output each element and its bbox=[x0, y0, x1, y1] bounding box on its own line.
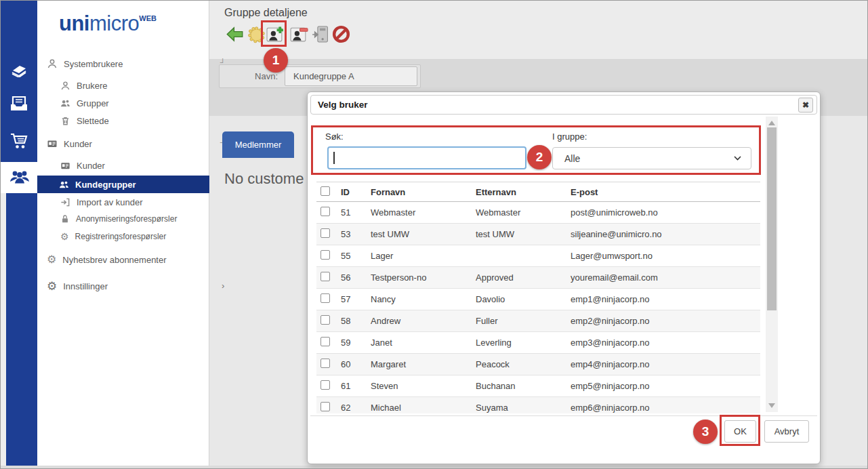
annotation-step-2: 2 bbox=[527, 145, 552, 169]
sidebar-item-grupper[interactable]: Grupper bbox=[60, 98, 109, 108]
chevron-right-icon[interactable]: › bbox=[222, 281, 224, 291]
gear-icon: ⚙ bbox=[60, 232, 69, 241]
cell-first: Andrew bbox=[371, 316, 476, 326]
annotation-step-1: 1 bbox=[264, 48, 288, 73]
group-name-input[interactable]: Kundegruppe A bbox=[285, 66, 417, 86]
cell-email: emp1@ninjacorp.no bbox=[571, 294, 760, 304]
annotation-step-3: 3 bbox=[693, 420, 718, 444]
table-row[interactable]: 51 Webmaster Webmaster post@unimicroweb.… bbox=[316, 202, 760, 224]
table-row[interactable]: 62 Michael Suyama emp6@ninjacorp.no bbox=[316, 397, 760, 413]
row-checkbox[interactable] bbox=[321, 293, 330, 303]
users-icon bbox=[59, 180, 69, 190]
cell-last: Fuller bbox=[476, 316, 571, 326]
app-logo: unimicroWEB bbox=[59, 12, 157, 36]
cell-id: 61 bbox=[341, 381, 371, 391]
table-row[interactable]: 61 Steven Buchanan emp5@ninjacorp.no bbox=[316, 375, 760, 397]
table-row[interactable]: 60 Margaret Peacock emp4@ninjacorp.no bbox=[316, 354, 760, 375]
sidebar-item-label: Slettede bbox=[77, 116, 109, 126]
annotation-box-add-user bbox=[261, 20, 287, 47]
sidebar-item-label: Kunder bbox=[77, 161, 105, 171]
sidebar-item-anonymisering[interactable]: Anonymiseringsforespørsler bbox=[60, 214, 177, 224]
cancel-button[interactable] bbox=[332, 25, 350, 43]
row-checkbox-cell bbox=[316, 315, 341, 327]
dialog-scrollbar[interactable] bbox=[766, 117, 778, 412]
inbox-icon[interactable] bbox=[9, 95, 28, 113]
remove-user-button[interactable] bbox=[290, 25, 308, 43]
sidebar-item-registrering[interactable]: ⚙ Registreringsforespørsler bbox=[60, 232, 166, 241]
documents-icon[interactable] bbox=[9, 60, 28, 77]
cell-first: Janet bbox=[371, 338, 476, 348]
scroll-up-icon[interactable] bbox=[768, 121, 775, 125]
cart-icon[interactable] bbox=[9, 132, 28, 150]
avbryt-button[interactable]: Avbryt bbox=[764, 420, 809, 443]
row-checkbox-cell bbox=[316, 228, 341, 240]
sidebar-item-kundegrupper-selected[interactable]: Kundegrupper bbox=[37, 176, 209, 193]
cell-id: 60 bbox=[341, 359, 371, 369]
scroll-down-icon[interactable] bbox=[768, 403, 775, 408]
user-table: ID Fornavn Etternavn E-post 51 Webmaster… bbox=[316, 182, 760, 413]
cell-first: Testperson-no bbox=[371, 272, 476, 283]
cell-id: 53 bbox=[341, 229, 371, 239]
table-row[interactable]: 58 Andrew Fuller emp2@ninjacorp.no bbox=[316, 310, 760, 332]
trash-icon bbox=[60, 116, 70, 126]
scrollbar-thumb[interactable] bbox=[767, 127, 777, 310]
cell-id: 58 bbox=[341, 316, 371, 326]
sidebar-item-kunder[interactable]: Kunder bbox=[60, 161, 105, 171]
row-checkbox[interactable] bbox=[321, 337, 330, 346]
cell-id: 56 bbox=[341, 272, 371, 283]
people-icon[interactable] bbox=[9, 167, 28, 185]
cell-last: Webmaster bbox=[476, 207, 571, 218]
table-row[interactable]: 53 test UMW test UMW siljeanine@unimicro… bbox=[316, 224, 760, 245]
row-checkbox[interactable] bbox=[321, 207, 330, 216]
col-header-last[interactable]: Etternavn bbox=[476, 187, 571, 197]
row-checkbox[interactable] bbox=[321, 228, 330, 238]
col-header-id[interactable]: ID bbox=[341, 187, 371, 197]
row-checkbox-cell bbox=[316, 359, 341, 370]
tab-medlemmer[interactable]: Medlemmer bbox=[222, 131, 294, 158]
select-all-checkbox[interactable] bbox=[321, 186, 330, 196]
sidebar-item-systembrukere[interactable]: Systembrukere bbox=[47, 58, 123, 69]
card-icon bbox=[47, 138, 58, 149]
col-header-email[interactable]: E-post bbox=[571, 187, 760, 197]
close-icon[interactable]: ✖ bbox=[798, 98, 813, 113]
row-checkbox[interactable] bbox=[321, 380, 330, 390]
table-row[interactable]: 56 Testperson-no Approved youremail@emai… bbox=[316, 267, 760, 289]
row-checkbox[interactable] bbox=[321, 402, 330, 411]
export-disk-button[interactable] bbox=[311, 25, 329, 43]
row-checkbox[interactable] bbox=[321, 359, 330, 368]
sidebar-item-slettede[interactable]: Slettede bbox=[60, 116, 109, 126]
cell-email: youremail@email.com bbox=[571, 272, 760, 283]
sidebar-item-nyhetsbrev[interactable]: ⚙ Nyhetsbrev abonnementer bbox=[47, 254, 167, 265]
select-all-cell bbox=[316, 186, 341, 198]
sidebar-item-label: Systembrukere bbox=[64, 59, 123, 69]
users-icon bbox=[60, 98, 70, 108]
row-checkbox[interactable] bbox=[321, 272, 330, 281]
sidebar-item-label: Nyhetsbrev abonnementer bbox=[62, 255, 166, 265]
dialog-titlebar[interactable]: Velg bruker ✖ bbox=[310, 95, 817, 115]
back-button[interactable] bbox=[226, 25, 244, 43]
cell-last: test UMW bbox=[476, 229, 571, 239]
table-row[interactable]: 59 Janet Leverling emp3@ninjacorp.no bbox=[316, 332, 760, 354]
lock-icon bbox=[60, 214, 70, 224]
cell-id: 55 bbox=[341, 251, 371, 261]
row-checkbox[interactable] bbox=[321, 315, 330, 325]
row-checkbox[interactable] bbox=[321, 250, 330, 260]
logo-web: WEB bbox=[139, 14, 157, 22]
table-row[interactable]: 57 Nancy Davolio emp1@ninjacorp.no bbox=[316, 289, 760, 310]
cell-id: 59 bbox=[341, 338, 371, 348]
table-header-row: ID Fornavn Etternavn E-post bbox=[316, 182, 760, 202]
table-row[interactable]: 55 Lager Lager@umwsport.no bbox=[316, 245, 760, 267]
row-checkbox-cell bbox=[316, 337, 341, 348]
col-header-first[interactable]: Fornavn bbox=[371, 187, 476, 197]
cell-first: Margaret bbox=[371, 359, 476, 369]
logo-uni: uni bbox=[59, 12, 89, 35]
row-checkbox-cell bbox=[316, 380, 341, 392]
dialog-title: Velg bruker bbox=[311, 100, 368, 110]
sidebar-item-kunder-group[interactable]: Kunder bbox=[47, 138, 92, 149]
cell-last: Leverling bbox=[476, 338, 571, 348]
sidebar-item-innstillinger[interactable]: ⚙ Innstillinger bbox=[47, 281, 108, 292]
cell-id: 62 bbox=[341, 403, 371, 413]
sidebar-item-brukere[interactable]: Brukere bbox=[60, 81, 108, 91]
sidebar-item-import-av-kunder[interactable]: Import av kunder bbox=[60, 197, 143, 207]
cell-email: emp4@ninjacorp.no bbox=[571, 359, 760, 369]
